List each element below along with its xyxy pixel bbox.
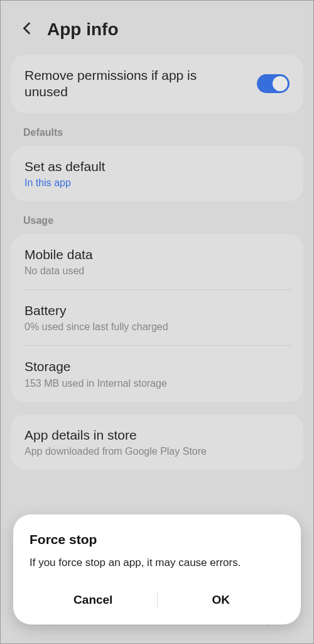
mobile-data-subtitle: No data used <box>24 265 93 277</box>
remove-permissions-label: Remove permissions if app is unused <box>24 67 225 101</box>
app-details-subtitle: App downloaded from Google Play Store <box>24 446 207 457</box>
usage-card: Mobile data No data used Battery 0% used… <box>11 234 303 402</box>
mobile-data-row[interactable]: Mobile data No data used <box>11 234 303 289</box>
dialog-title: Force stop <box>30 532 284 547</box>
battery-title: Battery <box>24 303 168 319</box>
set-as-default-row[interactable]: Set as default In this app <box>11 146 303 201</box>
remove-permissions-card: Remove permissions if app is unused <box>11 55 303 113</box>
set-as-default-subtitle: In this app <box>24 177 105 189</box>
storage-subtitle: 153 MB used in Internal storage <box>24 378 167 389</box>
ok-button[interactable]: OK <box>158 584 285 616</box>
cancel-button[interactable]: Cancel <box>30 584 157 616</box>
section-defaults: Defaults <box>6 116 308 143</box>
back-icon[interactable] <box>19 20 36 39</box>
dialog-message: If you force stop an app, it may cause e… <box>30 556 284 570</box>
section-usage: Usage <box>6 204 308 231</box>
storage-title: Storage <box>24 358 167 375</box>
storage-row[interactable]: Storage 153 MB used in Internal storage <box>11 346 303 401</box>
battery-row[interactable]: Battery 0% used since last fully charged <box>11 290 303 345</box>
app-details-card: App details in store App downloaded from… <box>11 414 303 470</box>
mobile-data-title: Mobile data <box>24 247 93 263</box>
app-details-title: App details in store <box>24 427 207 443</box>
header-bar: App info <box>6 6 308 52</box>
force-stop-dialog: Force stop If you force stop an app, it … <box>13 514 301 625</box>
remove-permissions-toggle[interactable] <box>257 74 290 93</box>
set-as-default-title: Set as default <box>24 158 105 175</box>
battery-subtitle: 0% used since last fully charged <box>24 321 168 333</box>
defaults-card: Set as default In this app <box>11 146 303 201</box>
page-title: App info <box>47 19 119 40</box>
app-details-row[interactable]: App details in store App downloaded from… <box>11 414 303 470</box>
